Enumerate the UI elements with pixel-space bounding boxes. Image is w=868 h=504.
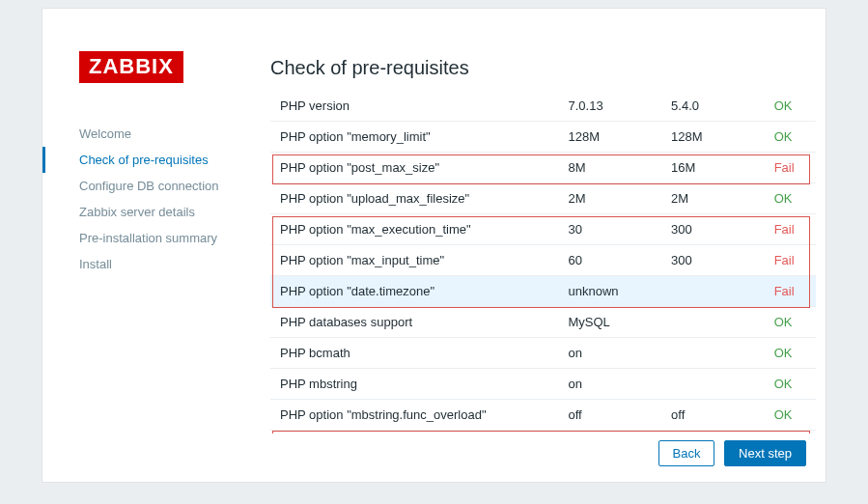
setup-card: ZABBIX WelcomeCheck of pre-requisitesCon… xyxy=(42,8,826,483)
req-status: OK xyxy=(765,400,816,431)
req-required xyxy=(661,338,765,369)
sidebar-item-5[interactable]: Install xyxy=(42,251,255,277)
requisites-table: PHP version7.0.135.4.0OKPHP option "memo… xyxy=(270,91,816,434)
req-required xyxy=(661,369,765,400)
req-current: 7.0.13 xyxy=(558,91,661,122)
req-current: 8M xyxy=(558,153,661,183)
req-current: on xyxy=(558,338,661,369)
req-status: Fail xyxy=(765,431,816,434)
sidebar-item-2[interactable]: Configure DB connection xyxy=(42,173,255,199)
req-required: 128M xyxy=(661,122,765,153)
req-status: OK xyxy=(765,338,816,369)
req-status: OK xyxy=(765,122,816,153)
req-status: Fail xyxy=(765,153,816,183)
req-required xyxy=(661,276,765,307)
req-required: off xyxy=(661,400,765,431)
req-name: PHP option "memory_limit" xyxy=(270,122,558,153)
req-required: 5.4.0 xyxy=(661,91,765,122)
sidebar-item-4[interactable]: Pre-installation summary xyxy=(42,225,255,251)
req-current: off xyxy=(558,400,661,431)
table-row: PHP option "date.timezone"unknownFail xyxy=(270,276,816,307)
zabbix-logo: ZABBIX xyxy=(79,51,183,83)
req-current: MySQL xyxy=(558,307,661,338)
table-row: PHP mbstringonOK xyxy=(270,369,816,400)
req-status: OK xyxy=(765,91,816,122)
req-current: 30 xyxy=(558,214,661,245)
req-required: 16M xyxy=(661,153,765,183)
req-status: OK xyxy=(765,183,816,214)
req-required: 300 xyxy=(661,245,765,276)
table-row: PHP databases supportMySQLOK xyxy=(270,307,816,338)
req-current: 60 xyxy=(558,245,661,276)
sidebar-item-3[interactable]: Zabbix server details xyxy=(42,199,255,225)
req-name: PHP version xyxy=(270,91,558,122)
req-name: PHP option "upload_max_filesize" xyxy=(270,183,558,214)
table-row: PHP bcmathonOK xyxy=(270,338,816,369)
table-row: PHP socketsoffFail xyxy=(270,431,816,434)
main: Check of pre-requisites PHP version7.0.1… xyxy=(270,57,816,424)
table-row: PHP option "post_max_size"8M16MFail xyxy=(270,153,816,183)
req-status: Fail xyxy=(765,276,816,307)
table-row: PHP option "max_input_time"60300Fail xyxy=(270,245,816,276)
req-name: PHP bcmath xyxy=(270,338,558,369)
req-required xyxy=(661,307,765,338)
sidebar-item-0[interactable]: Welcome xyxy=(42,121,255,147)
table-row: PHP option "upload_max_filesize"2M2MOK xyxy=(270,183,816,214)
table-row: PHP version7.0.135.4.0OK xyxy=(270,91,816,122)
req-name: PHP option "max_execution_time" xyxy=(270,214,558,245)
req-name: PHP option "date.timezone" xyxy=(270,276,558,307)
req-name: PHP mbstring xyxy=(270,369,558,400)
table-row: PHP option "max_execution_time"30300Fail xyxy=(270,214,816,245)
table-row: PHP option "memory_limit"128M128MOK xyxy=(270,122,816,153)
req-status: OK xyxy=(765,369,816,400)
back-button[interactable]: Back xyxy=(658,440,715,466)
footer: Back Next step xyxy=(653,440,806,466)
table-row: PHP option "mbstring.func_overload"offof… xyxy=(270,400,816,431)
req-required: 300 xyxy=(661,214,765,245)
req-current: 128M xyxy=(558,122,661,153)
req-current: on xyxy=(558,369,661,400)
req-required: 2M xyxy=(661,183,765,214)
req-name: PHP sockets xyxy=(270,431,558,434)
requisites-scroll[interactable]: PHP version7.0.135.4.0OKPHP option "memo… xyxy=(270,91,816,434)
req-status: Fail xyxy=(765,245,816,276)
page-title: Check of pre-requisites xyxy=(270,57,816,79)
req-current: 2M xyxy=(558,183,661,214)
req-current: unknown xyxy=(558,276,661,307)
sidebar: WelcomeCheck of pre-requisitesConfigure … xyxy=(42,121,255,277)
req-current: off xyxy=(558,431,661,434)
req-name: PHP databases support xyxy=(270,307,558,338)
req-required xyxy=(661,431,765,434)
req-status: Fail xyxy=(765,214,816,245)
req-status: OK xyxy=(765,307,816,338)
req-name: PHP option "mbstring.func_overload" xyxy=(270,400,558,431)
req-name: PHP option "max_input_time" xyxy=(270,245,558,276)
req-name: PHP option "post_max_size" xyxy=(270,153,558,183)
sidebar-item-1[interactable]: Check of pre-requisites xyxy=(42,147,255,173)
next-step-button[interactable]: Next step xyxy=(724,440,806,466)
